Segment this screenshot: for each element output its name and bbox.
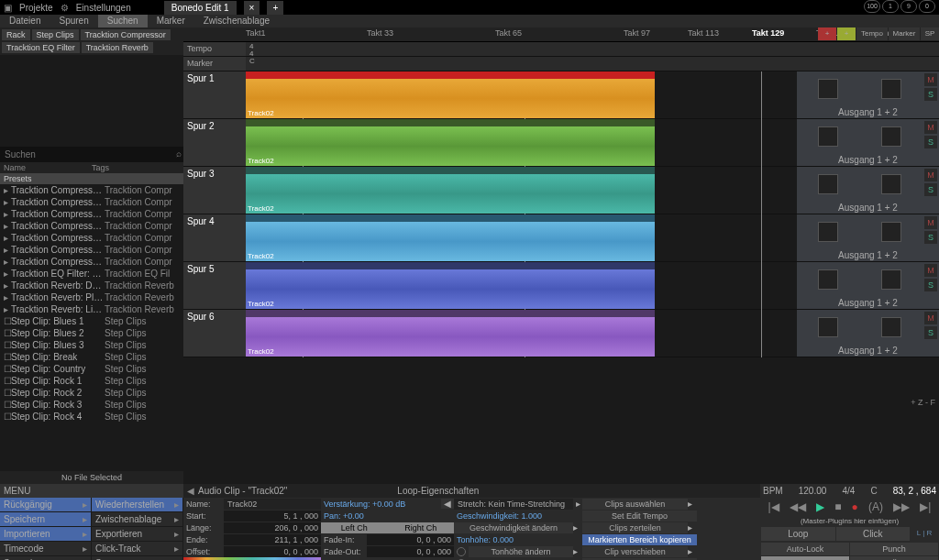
snap-button[interactable]: Snap (761, 556, 849, 560)
solo-button[interactable]: S (924, 231, 937, 244)
fadein-value[interactable]: 0, 0 , 000 (367, 534, 454, 545)
audio-clip[interactable]: Track02 (246, 214, 655, 261)
speed-change-button[interactable]: Geschwindigkeit ändern (454, 522, 573, 533)
add-tab[interactable]: + (267, 1, 283, 15)
pan-knob[interactable] (881, 126, 901, 147)
track-arrangement[interactable]: Track02 (246, 119, 797, 166)
preset-row[interactable]: ▸Tracktion Compressor: Synt...Tracktion … (0, 220, 183, 232)
menu-clipboard[interactable]: Zwischenablage (194, 15, 279, 27)
sp-button[interactable]: SP (921, 27, 939, 40)
chevron-right-icon[interactable]: ▸ (688, 546, 697, 556)
audio-clip[interactable]: Track02 (246, 119, 655, 166)
menu-item[interactable]: Wiederherstellen▸ (92, 498, 183, 512)
record-button[interactable]: ● (852, 500, 858, 513)
preset-row[interactable]: ▸Tracktion Compressor: Bras...Tracktion … (0, 256, 183, 268)
menu-item[interactable]: Timecode▸ (0, 542, 92, 556)
marker-button[interactable]: Marker (889, 27, 920, 40)
close-tab[interactable]: × (244, 1, 260, 15)
menu-item[interactable]: Click-Track▸ (92, 542, 183, 556)
master-plugins-label[interactable]: (Master-Plugins hier einfügen) (760, 516, 939, 526)
forward-end-button[interactable]: ▶| (920, 500, 931, 513)
move-clip-button[interactable]: Clip verschieben (582, 546, 688, 557)
volume-knob[interactable] (818, 174, 838, 194)
ab-button[interactable]: (A) (868, 500, 883, 513)
offset-value[interactable]: 0, 0 , 000 (224, 546, 321, 557)
mute-button[interactable]: M (924, 73, 937, 86)
mute-button[interactable]: M (924, 169, 937, 181)
projects-label[interactable]: Projekte (19, 3, 53, 13)
volume-knob[interactable] (818, 317, 838, 337)
gain-field[interactable]: Verstärkung: +0.00 dB (321, 499, 441, 510)
tag-compressor[interactable]: Tracktion Compressor (81, 29, 171, 40)
solo-button[interactable]: S (924, 183, 937, 196)
record-marker-button[interactable]: + (818, 27, 836, 40)
track-header[interactable]: Spur 5 (183, 262, 246, 309)
pan-knob[interactable] (881, 174, 901, 194)
settings-label[interactable]: Einstellungen (76, 3, 131, 13)
tag-reverb[interactable]: Tracktion Reverb (82, 42, 153, 53)
solo-button[interactable]: S (924, 136, 937, 148)
track-arrangement[interactable]: Track02 (246, 71, 797, 118)
time-sig[interactable]: 4/4 (842, 486, 855, 496)
menu-item[interactable]: Spuren▸ (92, 556, 183, 560)
start-value[interactable]: 5, 1 , 000 (224, 511, 321, 522)
preset-row[interactable]: ▸Tracktion Reverb: Light Rev...Tracktion… (0, 303, 183, 315)
preset-row[interactable]: ☐Step Clip: BreakStep Clips (0, 351, 183, 363)
tag-stepclips[interactable]: Step Clips (32, 29, 79, 40)
volume-knob[interactable] (818, 79, 838, 99)
punch-button[interactable]: Punch (850, 543, 938, 555)
solo-button[interactable]: S (924, 326, 937, 339)
chevron-left-icon[interactable]: ◀ (187, 486, 194, 496)
track-header[interactable]: Spur 3 (183, 167, 246, 214)
preset-row[interactable]: ▸Tracktion Compressor: DrumsTracktion Co… (0, 208, 183, 220)
fadeout-value[interactable]: 0, 0 , 000 (367, 546, 454, 557)
mute-button[interactable]: M (924, 121, 937, 134)
chevron-right-icon[interactable]: ▸ (688, 499, 697, 509)
mute-button[interactable]: M (924, 312, 937, 324)
key[interactable]: C (870, 486, 877, 496)
volume-knob[interactable] (818, 222, 838, 242)
pan-knob[interactable] (881, 317, 901, 337)
split-clips-button[interactable]: Clips zerteilen (582, 522, 688, 533)
track-arrangement[interactable]: Track02 (246, 167, 797, 214)
menu-search[interactable]: Suchen (98, 15, 148, 27)
track-header[interactable]: Spur 1 (183, 71, 246, 118)
output-label[interactable]: Ausgang 1 + 2 (797, 154, 939, 166)
mute-toggle[interactable]: ◀ (441, 499, 454, 509)
preset-row[interactable]: ▸Tracktion Compressor: Full ...Tracktion… (0, 196, 183, 208)
output-label[interactable]: Ausgang 1 + 2 (797, 249, 939, 261)
speed-field[interactable]: Geschwindigkeit: 1.000 (454, 511, 582, 522)
output-label[interactable]: Ausgang 1 + 2 (797, 202, 939, 214)
preset-row[interactable]: ▸Tracktion Reverb: DefaultTracktion Reve… (0, 280, 183, 291)
left-ch-button[interactable]: Left Ch (321, 522, 388, 533)
tag-eqfilter[interactable]: Tracktion EQ Filter (2, 42, 80, 53)
chevron-right-icon[interactable]: ▸ (573, 546, 582, 556)
menu-item[interactable]: Rückgängig▸ (0, 498, 92, 512)
preset-row[interactable]: ☐Step Clip: Rock 4Step Clips (0, 411, 183, 423)
audio-clip[interactable]: Track02 (246, 262, 655, 309)
pan-knob[interactable] (881, 222, 901, 242)
stop-button[interactable]: ■ (834, 500, 841, 513)
volume-knob[interactable] (818, 269, 838, 290)
preset-row[interactable]: ☐Step Clip: CountryStep Clips (0, 363, 183, 375)
preset-row[interactable]: ▸Tracktion Compressor: Voca...Tracktion … (0, 244, 183, 256)
solo-button[interactable]: S (924, 88, 937, 101)
output-label[interactable]: Ausgang 1 + 2 (797, 297, 939, 309)
chevron-right-icon[interactable]: ▸ (688, 522, 697, 533)
preset-row[interactable]: ☐Step Clip: Rock 3Step Clips (0, 399, 183, 411)
forward-button[interactable]: ▶▶ (893, 500, 910, 513)
output-label[interactable]: Ausgang 1 + 2 (797, 345, 939, 357)
tempo-button[interactable]: Tempo (856, 27, 888, 40)
bpm-value[interactable]: 120.00 (799, 486, 827, 496)
preset-row[interactable]: ☐Step Clip: Blues 3Step Clips (0, 339, 183, 351)
track-header[interactable]: Spur 6 (183, 310, 246, 357)
track-arrangement[interactable]: Track02 (246, 262, 797, 309)
name-field[interactable]: Track02 (224, 499, 321, 510)
track-header[interactable]: Spur 2 (183, 119, 246, 166)
rewind-start-button[interactable]: |◀ (768, 500, 779, 513)
preset-row[interactable]: ▸Tracktion Compressor: DefaultTracktion … (0, 184, 183, 196)
track-arrangement[interactable]: Track02 (246, 310, 797, 357)
audio-clip[interactable]: Track02 (246, 310, 655, 357)
menu-files[interactable]: Dateien (0, 15, 50, 27)
stretch-field[interactable]: Stretch: Kein Time-Stretching (454, 499, 573, 510)
